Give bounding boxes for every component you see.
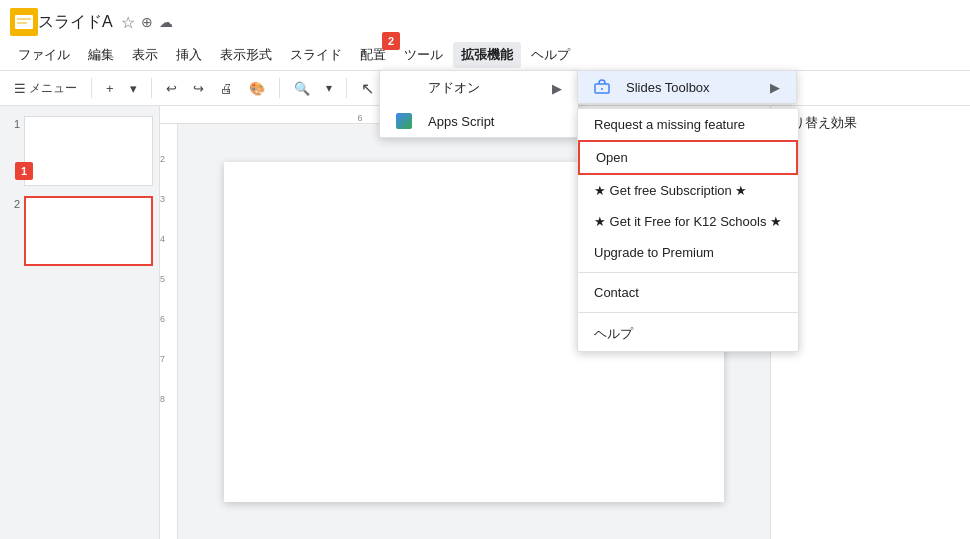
toolbar-sep-2 — [151, 78, 152, 98]
request-feature-label: Request a missing feature — [594, 117, 745, 132]
slide-number-1: 1 — [6, 118, 24, 130]
toolbar-sep-4 — [346, 78, 347, 98]
menu-insert[interactable]: 挿入 — [168, 42, 210, 68]
divider-1 — [578, 272, 798, 273]
slide-thumb-1[interactable] — [24, 116, 153, 186]
ruler-side-7: 8 — [160, 394, 177, 404]
menu-toggle-btn[interactable]: ☰ メニュー — [8, 76, 83, 101]
paint-format-btn[interactable]: 🎨 — [243, 77, 271, 100]
effects-title: 切り替え効果 — [779, 114, 962, 132]
ruler-side-3: 4 — [160, 234, 177, 244]
toolbar-sep-1 — [91, 78, 92, 98]
help-label: ヘルプ — [594, 325, 633, 343]
zoom-dropdown-btn[interactable]: ▾ — [124, 77, 143, 100]
dropdown-item-appsscript[interactable]: Apps Script — [380, 105, 578, 137]
print-btn[interactable]: 🖨 — [214, 77, 239, 100]
dropdown-item-upgrade-premium[interactable]: Upgrade to Premium — [578, 237, 798, 268]
ruler-side-4: 5 — [160, 274, 177, 284]
menu-slide[interactable]: スライド — [282, 42, 350, 68]
dropdown-item-addon[interactable]: アドオン ▶ — [380, 71, 578, 105]
zoom-value-btn[interactable]: ▾ — [320, 77, 338, 99]
annotation-2: 2 — [382, 32, 400, 50]
dropdown-item-request-feature[interactable]: Request a missing feature — [578, 109, 798, 140]
dropdown-menu-extensions: アドオン ▶ Apps Script — [379, 70, 579, 138]
dropdown-item-contact[interactable]: Contact — [578, 277, 798, 308]
open-label: Open — [596, 150, 628, 165]
slide-item-2[interactable]: 2 — [4, 194, 155, 268]
annotation-1: 1 — [15, 162, 33, 180]
main-area: 1 2 6 7 8 9 10 11 2 3 4 5 6 7 — [0, 106, 970, 539]
menu-edit[interactable]: 編集 — [80, 42, 122, 68]
divider-2 — [578, 312, 798, 313]
k12-schools-label: ★ Get it Free for K12 Schools ★ — [594, 214, 782, 229]
menu-bar: ファイル 編集 表示 挿入 表示形式 スライド 配置 ツール 拡張機能 ヘルプ — [0, 40, 970, 70]
svg-rect-2 — [17, 18, 31, 20]
ruler-side-1: 2 — [160, 154, 177, 164]
toolbox-icon — [594, 79, 610, 95]
ruler-mark-6: 6 — [340, 113, 380, 123]
cloud-icon[interactable]: ☁ — [159, 14, 173, 30]
menu-help[interactable]: ヘルプ — [523, 42, 578, 68]
star-icon[interactable]: ☆ — [121, 13, 135, 32]
dropdown-menu-slidestoolbox: Request a missing feature Open ★ Get fre… — [577, 108, 799, 352]
slide-thumb-2[interactable] — [24, 196, 153, 266]
menu-view[interactable]: 表示 — [124, 42, 166, 68]
slidestoolbox-icon-space — [594, 79, 618, 95]
menu-file[interactable]: ファイル — [10, 42, 78, 68]
effects-panel: 切り替え効果 — [770, 106, 970, 539]
slide-number-2: 2 — [6, 198, 24, 210]
dropdown-item-slidestoolbox[interactable]: Slides Toolbox ▶ — [578, 71, 796, 103]
redo-btn[interactable]: ↪ — [187, 77, 210, 100]
slidestoolbox-arrow-icon: ▶ — [770, 80, 780, 95]
zoom-btn[interactable]: 🔍 — [288, 77, 316, 100]
dropdown-addon-label: アドオン — [428, 79, 480, 97]
menu-extensions[interactable]: 拡張機能 — [453, 42, 521, 68]
dropdown-appsscript-label: Apps Script — [428, 114, 494, 129]
ruler-side-5: 6 — [160, 314, 177, 324]
dropdown-slidestoolbox-label: Slides Toolbox — [626, 80, 710, 95]
menu-format[interactable]: 表示形式 — [212, 42, 280, 68]
toolbar-sep-3 — [279, 78, 280, 98]
upgrade-premium-label: Upgrade to Premium — [594, 245, 714, 260]
dropdown-menu-addon: Slides Toolbox ▶ — [577, 70, 797, 104]
ruler-side-2: 3 — [160, 194, 177, 204]
slides-app-icon — [10, 8, 38, 36]
addon-arrow-icon: ▶ — [552, 81, 562, 96]
menu-tools[interactable]: ツール — [396, 42, 451, 68]
move-icon[interactable]: ⊕ — [141, 14, 153, 30]
add-slide-btn[interactable]: + — [100, 77, 120, 100]
free-subscription-label: ★ Get free Subscription ★ — [594, 183, 747, 198]
contact-label: Contact — [594, 285, 639, 300]
ruler-side: 2 3 4 5 6 7 8 — [160, 124, 178, 539]
ruler-side-6: 7 — [160, 354, 177, 364]
dropdown-item-free-subscription[interactable]: ★ Get free Subscription ★ — [578, 175, 798, 206]
appsscript-icon-space — [396, 113, 420, 129]
dropdown-item-k12-schools[interactable]: ★ Get it Free for K12 Schools ★ — [578, 206, 798, 237]
apps-script-icon — [396, 113, 412, 129]
dropdown-item-open[interactable]: Open — [578, 140, 798, 175]
svg-rect-3 — [17, 22, 27, 24]
app-title: スライドA — [38, 12, 113, 33]
undo-btn[interactable]: ↩ — [160, 77, 183, 100]
hamburger-icon: ☰ — [14, 81, 26, 96]
dropdown-item-help[interactable]: ヘルプ — [578, 317, 798, 351]
cursor-btn[interactable]: ↖ — [355, 75, 380, 102]
title-bar: スライドA ☆ ⊕ ☁ — [0, 0, 970, 40]
